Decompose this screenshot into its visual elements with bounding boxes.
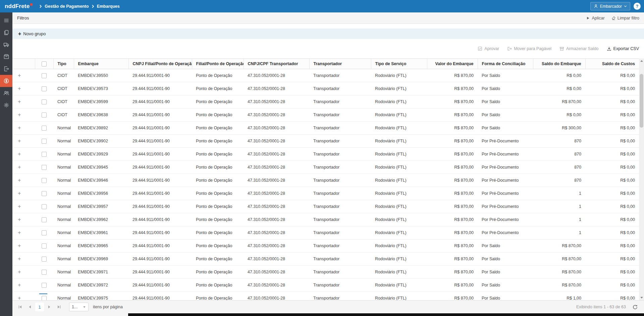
expand-row-icon[interactable]: +	[18, 269, 21, 275]
col-saldo-embarque[interactable]: Saldo do Embarque	[533, 59, 585, 69]
orders-icon[interactable]	[0, 51, 12, 63]
table-row[interactable]: + CIOT EMBDEV.39599 29.444.911/0001-90 P…	[12, 95, 639, 108]
col-valor-embarque[interactable]: Valor do Embarque	[427, 59, 478, 69]
new-group-button[interactable]: Novo grupo	[18, 31, 46, 37]
col-saldo-custos[interactable]: Saldo de Custos	[585, 59, 639, 69]
row-checkbox[interactable]	[42, 283, 47, 288]
apply-filter-button[interactable]: Aplicar	[586, 16, 604, 20]
table-row[interactable]: + Normal EMBDEV.39946 29.444.911/0001-90…	[12, 174, 639, 187]
prev-page-button[interactable]	[25, 303, 34, 311]
breadcrumb-item-embarques[interactable]: Embarques	[97, 4, 120, 9]
select-all-checkbox[interactable]	[42, 61, 47, 66]
page-size-select[interactable]: 1...	[69, 303, 89, 311]
row-checkbox[interactable]	[42, 257, 47, 262]
row-checkbox[interactable]	[42, 178, 47, 183]
truck-icon[interactable]	[0, 39, 12, 51]
table-row[interactable]: + CIOT EMBDEV.39573 29.444.911/0001-90 P…	[12, 82, 639, 95]
table-row[interactable]: + Normal EMBDEV.39969 29.444.911/0001-90…	[12, 253, 639, 266]
row-checkbox[interactable]	[42, 217, 47, 222]
breadcrumb-item-gestao[interactable]: Gestão de Pagamento	[45, 4, 89, 9]
col-cnpj-transportador[interactable]: CNPJ/CPF Transportador	[244, 59, 309, 69]
user-menu-button[interactable]: Embarcador	[590, 2, 630, 10]
current-page-button[interactable]: 1	[35, 303, 44, 311]
approve-button[interactable]: Aprovar	[478, 46, 499, 51]
clear-filter-button[interactable]: Limpar filtro	[611, 16, 639, 20]
col-transportador[interactable]: Transportador	[309, 59, 371, 69]
table-row[interactable]: + Normal EMBDEV.39972 29.444.911/0001-90…	[12, 279, 639, 292]
table-row[interactable]: + Normal EMBDEV.39961 29.444.911/0001-90…	[12, 226, 639, 239]
expand-row-icon[interactable]: +	[18, 138, 21, 144]
table-row[interactable]: + Normal EMBDEV.39957 29.444.911/0001-90…	[12, 200, 639, 213]
expand-row-icon[interactable]: +	[18, 177, 21, 183]
table-row[interactable]: + CIOT EMBDEV.39550 29.444.911/0001-90 P…	[12, 69, 639, 82]
refresh-icon[interactable]	[632, 304, 638, 310]
table-row[interactable]: + Normal EMBDEV.39945 29.444.911/0001-90…	[12, 161, 639, 174]
vertical-scrollbar[interactable]	[639, 58, 644, 300]
expand-row-icon[interactable]: +	[18, 204, 21, 209]
row-checkbox[interactable]	[42, 165, 47, 170]
table-row[interactable]: + Normal EMBDEV.39971 29.444.911/0001-90…	[12, 266, 639, 279]
col-embarque[interactable]: Embarque	[74, 59, 128, 69]
expand-row-icon[interactable]: +	[18, 73, 21, 78]
logout-icon[interactable]	[0, 63, 12, 75]
expand-row-icon[interactable]: +	[18, 282, 21, 288]
row-checkbox[interactable]	[42, 270, 47, 275]
store-balance-button[interactable]: Armazenar Saldo	[559, 46, 599, 51]
col-tipo-servico[interactable]: Tipo de Serviço	[371, 59, 427, 69]
expand-row-icon[interactable]: +	[18, 86, 21, 91]
row-checkbox[interactable]	[42, 139, 47, 144]
cell-valor-embarque: R$ 870,00	[427, 122, 478, 135]
documents-icon[interactable]	[0, 27, 12, 39]
col-filial[interactable]: Filial/Ponto de Operação	[192, 59, 244, 69]
last-page-button[interactable]	[55, 303, 63, 311]
col-tipo[interactable]: Tipo	[53, 59, 74, 69]
expand-row-icon[interactable]: +	[18, 217, 21, 222]
expand-row-icon[interactable]: +	[18, 99, 21, 104]
scrollbar-thumb[interactable]	[640, 74, 643, 128]
row-checkbox[interactable]	[42, 73, 47, 78]
expand-row-icon[interactable]: +	[18, 190, 21, 196]
table-row[interactable]: + Normal EMBDEV.39892 29.444.911/0001-90…	[12, 122, 639, 135]
row-checkbox[interactable]	[42, 86, 47, 91]
row-checkbox[interactable]	[42, 243, 47, 249]
table-row[interactable]: + Normal EMBDEV.39929 29.444.911/0001-90…	[12, 148, 639, 161]
payments-icon[interactable]	[0, 75, 12, 87]
table-row[interactable]: + Normal EMBDEV.39962 29.444.911/0001-90…	[12, 213, 639, 226]
table-row[interactable]: + Normal EMBDEV.39956 29.444.911/0001-90…	[12, 187, 639, 200]
expand-row-icon[interactable]: +	[18, 125, 21, 131]
expand-row-icon[interactable]: +	[18, 164, 21, 170]
expand-row-icon[interactable]: +	[18, 243, 21, 249]
table-row[interactable]: + Normal EMBDEV.39965 29.444.911/0001-90…	[12, 239, 639, 253]
table-row[interactable]: + Normal EMBDEV.39902 29.444.911/0001-90…	[12, 135, 639, 148]
row-checkbox[interactable]	[42, 112, 47, 118]
col-cnpj-filial[interactable]: CNPJ Filial/Ponto de Operação	[128, 59, 192, 69]
app-logo[interactable]: nddFrete	[5, 3, 33, 10]
row-checkbox[interactable]	[42, 126, 47, 131]
scroll-down-icon[interactable]	[639, 295, 644, 300]
settings-icon[interactable]	[0, 99, 12, 111]
scroll-up-icon[interactable]	[639, 58, 644, 63]
row-checkbox[interactable]	[42, 230, 47, 235]
first-page-button[interactable]	[16, 303, 24, 311]
col-forma-conciliacao[interactable]: Forma de Conciliação	[478, 59, 533, 69]
cell-embarque: EMBDEV.39962	[74, 213, 128, 226]
row-checkbox[interactable]	[42, 204, 47, 209]
expand-row-icon[interactable]: +	[18, 230, 21, 235]
expand-row-icon[interactable]: +	[18, 112, 21, 118]
expand-row-icon[interactable]: +	[18, 295, 21, 300]
next-page-button[interactable]	[45, 303, 54, 311]
export-csv-button[interactable]: Exportar CSV	[607, 46, 639, 51]
move-to-payable-button[interactable]: Mover para Pagável	[507, 46, 551, 51]
row-checkbox[interactable]	[42, 99, 47, 104]
help-button[interactable]: ?	[634, 3, 641, 10]
table-row[interactable]: + Normal EMBDEV.39975 29.444.911/0001-90…	[12, 292, 639, 301]
expand-row-icon[interactable]: +	[18, 151, 21, 157]
row-checkbox[interactable]	[42, 296, 47, 300]
table-row[interactable]: + CIOT EMBDEV.39638 29.444.911/0001-90 P…	[12, 108, 639, 122]
menu-icon[interactable]	[0, 14, 12, 27]
row-checkbox[interactable]	[42, 152, 47, 157]
users-icon[interactable]	[0, 87, 12, 99]
row-checkbox[interactable]	[42, 191, 47, 196]
expand-row-icon[interactable]: +	[18, 256, 21, 262]
cell-transportador: Transportador	[309, 279, 371, 292]
